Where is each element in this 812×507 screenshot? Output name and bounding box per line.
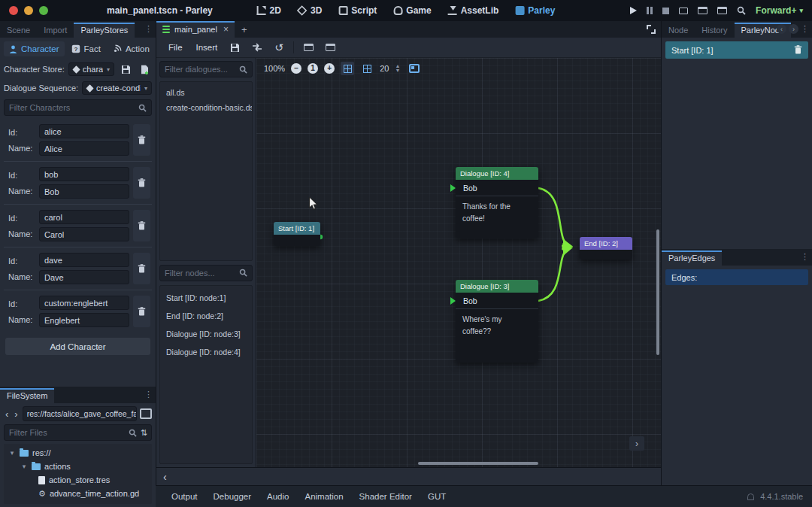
list-item[interactable]: Start [ID: node:1]: [160, 289, 252, 305]
list-item[interactable]: Dialogue [ID: node:4]: [160, 342, 252, 360]
node-header[interactable]: Dialogue [ID: 4]: [456, 167, 538, 180]
save-icon[interactable]: [225, 41, 245, 55]
snap-grid-toggle-icon[interactable]: [341, 62, 354, 75]
menu-file[interactable]: File: [162, 40, 189, 55]
bottom-tab-gut[interactable]: GUT: [421, 489, 453, 504]
zoom-reset-icon[interactable]: 1: [308, 63, 318, 74]
zoom-out-icon[interactable]: −: [291, 63, 301, 74]
dock-menu-icon[interactable]: ⋮: [144, 390, 153, 399]
workspace-assetlib-button[interactable]: AssetLib: [442, 3, 505, 18]
tab-fact[interactable]: ? Fact: [66, 41, 106, 56]
new-store-button[interactable]: [137, 62, 152, 77]
filter-files-input[interactable]: [9, 428, 125, 437]
character-id-input[interactable]: [39, 210, 129, 224]
filter-dialogues-input[interactable]: [165, 65, 235, 74]
scene-tab-main-panel[interactable]: main_panel ×: [156, 21, 235, 38]
tree-item[interactable]: ▾ res://: [4, 446, 152, 460]
tree-item[interactable]: action_store.tres: [4, 473, 152, 487]
delete-character-button[interactable]: [133, 167, 150, 199]
workspace-parley-button[interactable]: Parley: [509, 3, 561, 18]
character-name-input[interactable]: [39, 270, 129, 284]
current-path[interactable]: res://facts/alice_gave_coffee_fact.g: [23, 406, 137, 421]
profiler-icon[interactable]: [737, 6, 746, 15]
character-name-input[interactable]: [39, 313, 129, 327]
menu-insert[interactable]: Insert: [190, 40, 224, 55]
stop-icon[interactable]: [662, 8, 669, 14]
pause-icon[interactable]: [647, 7, 653, 14]
dialogue-graph-canvas[interactable]: 100% − 1 + 20 ▲▼: [256, 58, 661, 467]
run-dialogue-icon[interactable]: [298, 41, 319, 53]
filter-characters-input[interactable]: [9, 103, 135, 112]
snap-distance-value[interactable]: 20: [380, 64, 389, 73]
dock-menu-icon[interactable]: ⋮: [801, 252, 809, 262]
zoom-window-icon[interactable]: [39, 6, 48, 15]
snap-toggle-icon[interactable]: [360, 62, 374, 75]
bottom-tab-audio[interactable]: Audio: [260, 489, 295, 504]
movie-clip-icon[interactable]: [717, 7, 727, 14]
snap-spinner[interactable]: ▲▼: [395, 64, 400, 72]
tab-import[interactable]: Import: [37, 23, 74, 38]
tab-filesystem[interactable]: FileSystem: [0, 388, 54, 403]
dock-menu-icon[interactable]: ⋮: [801, 24, 809, 34]
filter-nodes-input[interactable]: [165, 269, 235, 278]
graph-node-dialogue-3[interactable]: Dialogue [ID: 3] Bob Where's my coffee??: [456, 280, 538, 363]
file-sort-icon[interactable]: ⇅: [141, 428, 147, 438]
save-store-button[interactable]: [118, 62, 133, 77]
list-item[interactable]: create-condition-basic.ds: [160, 100, 252, 115]
tree-item[interactable]: ▾ actions: [4, 460, 152, 473]
character-id-input[interactable]: [39, 253, 129, 267]
node-header[interactable]: Start [ID: 1]: [274, 222, 320, 235]
graph-node-start[interactable]: Start [ID: 1]: [274, 222, 320, 246]
delete-character-button[interactable]: [133, 210, 150, 241]
split-mode-icon[interactable]: [140, 408, 152, 419]
run-dialogue-test-icon[interactable]: [320, 41, 341, 53]
graph-hscrollbar[interactable]: [256, 461, 655, 466]
list-item[interactable]: all.ds: [160, 85, 252, 100]
tab-scroll-right-icon[interactable]: ›: [789, 24, 798, 34]
character-id-input[interactable]: [39, 296, 129, 310]
character-id-input[interactable]: [39, 124, 129, 138]
new-tab-icon[interactable]: +: [235, 22, 254, 38]
history-back-icon[interactable]: ‹: [4, 408, 10, 420]
tree-item[interactable]: ⚙ advance_time_action.gd: [4, 487, 152, 500]
workspace-game-button[interactable]: Game: [387, 3, 437, 18]
graph-minimap-button[interactable]: ›: [629, 436, 644, 451]
delete-character-button[interactable]: [133, 253, 150, 284]
character-name-input[interactable]: [39, 141, 129, 156]
collapse-sidebar-icon[interactable]: ‹: [163, 471, 167, 483]
tab-node[interactable]: Node: [662, 23, 695, 38]
workspace-script-button[interactable]: Script: [332, 3, 383, 18]
close-tab-icon[interactable]: ×: [223, 24, 229, 35]
tab-parleystores[interactable]: ParleyStores: [74, 23, 135, 38]
tree-item[interactable]: ⚙ found_clue.gd: [4, 500, 152, 504]
minimap-toggle-icon[interactable]: [409, 64, 420, 73]
add-character-button[interactable]: Add Character: [5, 338, 150, 355]
close-window-icon[interactable]: [9, 6, 18, 15]
renderer-selector[interactable]: Forward+ ▾: [756, 5, 803, 16]
bottom-tab-output[interactable]: Output: [165, 489, 205, 504]
character-name-input[interactable]: [39, 227, 129, 241]
delete-character-button[interactable]: [133, 296, 150, 327]
bottom-tab-shader-editor[interactable]: Shader Editor: [353, 489, 419, 504]
export-icon[interactable]: [247, 41, 268, 54]
graph-node-end[interactable]: End [ID: 2]: [580, 237, 632, 260]
tab-history[interactable]: History: [695, 23, 734, 38]
dock-menu-icon[interactable]: ⋮: [144, 24, 153, 34]
tab-parleyedges[interactable]: ParleyEdges: [662, 250, 722, 266]
collapse-caret-icon[interactable]: ▾: [20, 463, 28, 470]
graph-node-dialogue-4[interactable]: Dialogue [ID: 4] Bob Thanks for the coff…: [456, 167, 538, 238]
minimize-window-icon[interactable]: [24, 6, 33, 15]
bottom-tab-animation[interactable]: Animation: [298, 489, 350, 504]
notifications-bell-icon[interactable]: [747, 493, 754, 500]
list-item[interactable]: Dialogue [ID: node:3]: [160, 323, 252, 342]
dialogue-sequence-select[interactable]: create-conditi ▾: [82, 81, 152, 95]
tab-scene[interactable]: Scene: [0, 23, 37, 38]
character-id-input[interactable]: [39, 167, 129, 181]
history-forward-icon[interactable]: ›: [13, 408, 19, 420]
workspace-3d-button[interactable]: 3D: [292, 3, 328, 18]
reset-icon[interactable]: ↺: [269, 40, 289, 55]
node-header[interactable]: Dialogue [ID: 3]: [456, 280, 538, 293]
list-item[interactable]: End [ID: node:2]: [160, 305, 252, 323]
graph-vscrollbar[interactable]: [656, 58, 660, 460]
character-store-select[interactable]: charact ▾: [68, 62, 114, 76]
